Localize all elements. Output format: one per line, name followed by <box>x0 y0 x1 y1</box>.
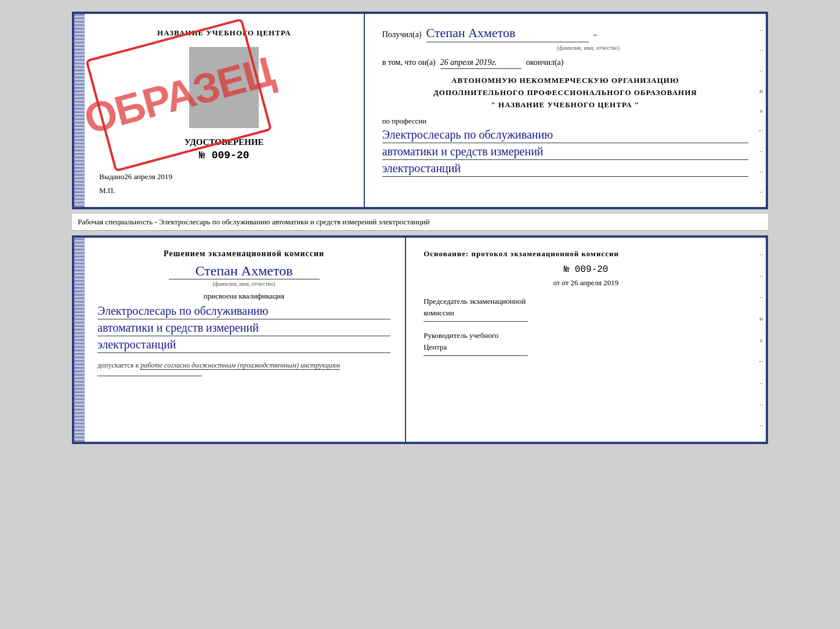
cert-left-panel: НАЗВАНИЕ УЧЕБНОГО ЦЕНТРА УДОСТОВЕРЕНИЕ №… <box>74 14 365 207</box>
ot-date: от от 26 апреля 2019 <box>423 278 748 288</box>
school-name-top-left: НАЗВАНИЕ УЧЕБНОГО ЦЕНТРА <box>157 28 291 38</box>
rukovoditel-text-line1: Руководитель учебного <box>423 331 748 340</box>
fio-label-top: (фамилия, имя, отчество) <box>429 45 748 51</box>
rukovoditel-signature-line <box>423 355 528 356</box>
org-line1: АВТОНОМНУЮ НЕКОММЕРЧЕСКУЮ ОРГАНИЗАЦИЮ <box>382 75 748 87</box>
qualification-lines-bottom: Электрослесарь по обслуживанию автоматик… <box>97 304 390 353</box>
vtom-date: 26 апреля 2019г. <box>440 58 522 69</box>
poluchil-label: Получил(а) <box>382 30 422 39</box>
osnovanie-text: Основание: протокол экзаменационной коми… <box>423 249 748 259</box>
vydano-line: Выдано26 апреля 2019 <box>99 172 349 181</box>
predsedatel-text-line2: комиссии <box>423 308 748 318</box>
dopuskaetsya-label: допускается к <box>97 361 139 369</box>
right-side-dashes-top: – – – и а ← – – – <box>756 14 766 207</box>
bottom-right-panel: Основание: протокол экзаменационной коми… <box>406 238 766 442</box>
qual-line1: Электрослесарь по обслуживанию <box>97 304 390 319</box>
prof-line3-top: электростанций <box>382 162 748 177</box>
org-line2: ДОПОЛНИТЕЛЬНОГО ПРОФЕССИОНАЛЬНОГО ОБРАЗО… <box>382 87 748 99</box>
dopusk-underline: работе согласно должностным (производств… <box>140 361 340 370</box>
specialty-text: Рабочая специальность - Электрослесарь п… <box>78 217 430 226</box>
bottom-name: Степан Ахметов <box>169 263 320 279</box>
spine-decoration-bottom <box>74 238 85 442</box>
poluchil-line: Получил(а) Степан Ахметов – <box>382 26 748 42</box>
rukovoditel-block: Руководитель учебного Центра <box>423 331 748 356</box>
predsedatel-text-line1: Председатель экзаменационной <box>423 297 748 306</box>
right-side-dashes-bottom: – – – и а ← – – – <box>756 238 766 442</box>
okonchil-label: окончил(а) <box>526 58 564 67</box>
predsedatel-block: Председатель экзаменационной комиссии <box>423 297 748 322</box>
vydano-label: Выдано <box>99 172 124 181</box>
vtom-line: в том, что он(а) 26 апреля 2019г. окончи… <box>382 58 748 69</box>
vtom-label: в том, что он(а) <box>382 58 436 67</box>
protocol-number: № 009-20 <box>423 264 748 275</box>
sig-line-bottom-left <box>97 376 202 376</box>
dopuskaetsya-line: допускается к работе согласно должностны… <box>97 361 390 370</box>
qual-line2: автоматики и средств измерений <box>97 321 390 336</box>
udostoverenie-title: УДОСТОВЕРЕНИЕ <box>184 137 264 147</box>
mp-line: М.П. <box>99 186 349 195</box>
prof-line1-top: Электрослесарь по обслуживанию <box>382 128 748 143</box>
prof-line2-top: автоматики и средств измерений <box>382 145 748 160</box>
cert-right-panel: Получил(а) Степан Ахметов – (фамилия, им… <box>365 14 766 207</box>
resheniem-text: Решением экзаменационной комиссии <box>97 249 390 259</box>
profession-lines-top: Электрослесарь по обслуживанию автоматик… <box>382 128 748 177</box>
predsedatel-signature-line <box>423 321 528 322</box>
prisvoena-text: присвоена квалификация <box>97 292 390 301</box>
spine-decoration-top <box>74 14 85 207</box>
cert-number-top: № 009-20 <box>199 150 249 161</box>
org-line3: " НАЗВАНИЕ УЧЕБНОГО ЦЕНТРА " <box>382 99 748 111</box>
po-professii-label: по профессии <box>382 117 748 126</box>
document-container: НАЗВАНИЕ УЧЕБНОГО ЦЕНТРА УДОСТОВЕРЕНИЕ №… <box>72 12 768 444</box>
photo-placeholder <box>189 47 259 128</box>
qual-line3: электростанций <box>97 338 390 353</box>
org-block: АВТОНОМНУЮ НЕКОММЕРЧЕСКУЮ ОРГАНИЗАЦИЮ ДО… <box>382 75 748 111</box>
certificate-bottom: Решением экзаменационной комиссии Степан… <box>72 235 768 444</box>
rukovoditel-text-line2: Центра <box>423 343 748 352</box>
vydano-date: 26 апреля 2019 <box>124 172 172 181</box>
poluchil-name: Степан Ахметов <box>426 26 589 42</box>
specialty-line: Рабочая специальность - Электрослесарь п… <box>72 214 768 231</box>
cert-left-inner: НАЗВАНИЕ УЧЕБНОГО ЦЕНТРА УДОСТОВЕРЕНИЕ №… <box>99 26 349 195</box>
certificate-top: НАЗВАНИЕ УЧЕБНОГО ЦЕНТРА УДОСТОВЕРЕНИЕ №… <box>72 12 768 209</box>
fio-label-bottom: (фамилия, имя, отчество) <box>97 281 390 287</box>
bottom-left-panel: Решением экзаменационной комиссии Степан… <box>74 238 406 442</box>
ot-date-value: от 26 апреля 2019 <box>562 278 618 287</box>
